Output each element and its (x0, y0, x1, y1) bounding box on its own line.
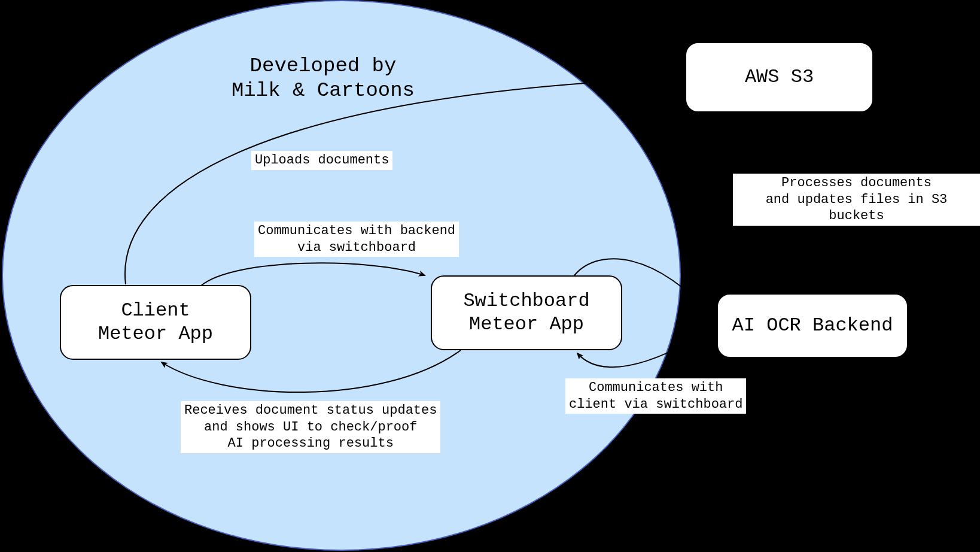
node-client-line2: Meteor App (98, 323, 213, 345)
label-receives: Receives document status updates and sho… (181, 401, 440, 453)
node-client-meteor-app: Client Meteor App (60, 285, 251, 360)
node-client-line1: Client (121, 299, 190, 322)
node-ai-ocr-label: AI OCR Backend (732, 314, 893, 337)
node-switchboard-meteor-app: Switchboard Meteor App (431, 275, 622, 350)
diagram-canvas: Developed by Milk & Cartoons Client Mete… (0, 0, 980, 552)
label-comm-client: Communicates with client via switchboard (565, 378, 746, 414)
group-title-line2: Milk & Cartoons (232, 79, 415, 102)
node-ai-ocr-backend: AI OCR Backend (717, 293, 908, 358)
label-uploads: Uploads documents (251, 151, 392, 170)
node-aws-s3: AWS S3 (685, 42, 874, 113)
group-title: Developed by Milk & Cartoons (197, 54, 449, 103)
node-switchboard-line2: Meteor App (469, 313, 584, 335)
node-aws-s3-label: AWS S3 (745, 66, 814, 89)
label-comm-backend: Communicates with backend via switchboar… (254, 222, 459, 257)
label-processes: Processes documents and updates files in… (733, 174, 980, 226)
node-switchboard-line1: Switchboard (463, 290, 589, 312)
group-title-line1: Developed by (250, 54, 397, 77)
